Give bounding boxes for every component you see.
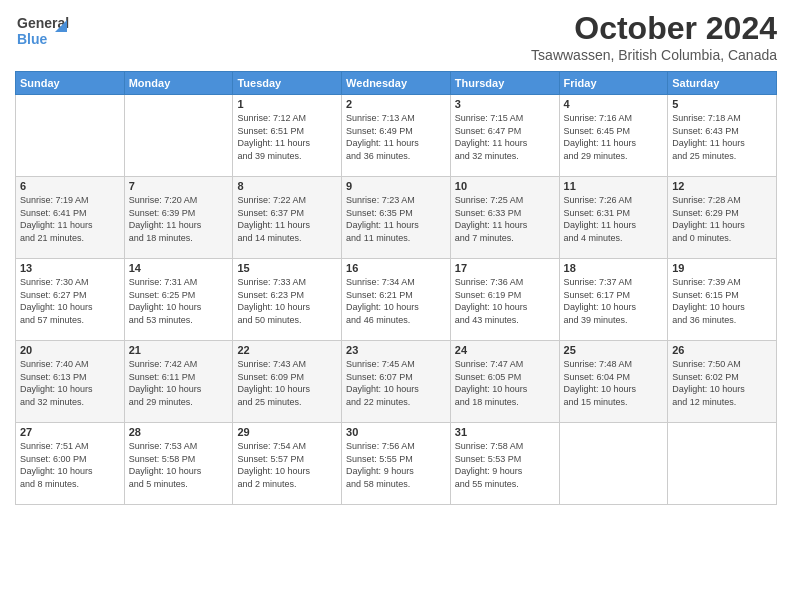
day-number: 5: [672, 98, 772, 110]
day-number: 2: [346, 98, 446, 110]
calendar-cell: 1Sunrise: 7:12 AMSunset: 6:51 PMDaylight…: [233, 95, 342, 177]
day-info: Sunrise: 7:16 AMSunset: 6:45 PMDaylight:…: [564, 112, 664, 162]
day-info: Sunrise: 7:42 AMSunset: 6:11 PMDaylight:…: [129, 358, 229, 408]
day-number: 17: [455, 262, 555, 274]
calendar-week-row: 6Sunrise: 7:19 AMSunset: 6:41 PMDaylight…: [16, 177, 777, 259]
weekday-header: Saturday: [668, 72, 777, 95]
day-number: 27: [20, 426, 120, 438]
day-info: Sunrise: 7:20 AMSunset: 6:39 PMDaylight:…: [129, 194, 229, 244]
day-number: 22: [237, 344, 337, 356]
day-info: Sunrise: 7:36 AMSunset: 6:19 PMDaylight:…: [455, 276, 555, 326]
day-number: 19: [672, 262, 772, 274]
day-info: Sunrise: 7:51 AMSunset: 6:00 PMDaylight:…: [20, 440, 120, 490]
logo-svg: General Blue: [15, 10, 70, 50]
weekday-header: Monday: [124, 72, 233, 95]
day-number: 10: [455, 180, 555, 192]
day-number: 25: [564, 344, 664, 356]
logo: General Blue: [15, 10, 70, 50]
weekday-header: Tuesday: [233, 72, 342, 95]
calendar-week-row: 27Sunrise: 7:51 AMSunset: 6:00 PMDayligh…: [16, 423, 777, 505]
calendar: SundayMondayTuesdayWednesdayThursdayFrid…: [15, 71, 777, 505]
location-subtitle: Tsawwassen, British Columbia, Canada: [531, 47, 777, 63]
calendar-week-row: 20Sunrise: 7:40 AMSunset: 6:13 PMDayligh…: [16, 341, 777, 423]
day-number: 26: [672, 344, 772, 356]
day-number: 13: [20, 262, 120, 274]
weekday-header: Wednesday: [342, 72, 451, 95]
day-number: 28: [129, 426, 229, 438]
day-number: 4: [564, 98, 664, 110]
day-number: 12: [672, 180, 772, 192]
day-number: 8: [237, 180, 337, 192]
day-number: 18: [564, 262, 664, 274]
calendar-cell: [668, 423, 777, 505]
day-number: 29: [237, 426, 337, 438]
day-info: Sunrise: 7:43 AMSunset: 6:09 PMDaylight:…: [237, 358, 337, 408]
calendar-cell: 13Sunrise: 7:30 AMSunset: 6:27 PMDayligh…: [16, 259, 125, 341]
day-number: 11: [564, 180, 664, 192]
calendar-cell: 27Sunrise: 7:51 AMSunset: 6:00 PMDayligh…: [16, 423, 125, 505]
day-info: Sunrise: 7:34 AMSunset: 6:21 PMDaylight:…: [346, 276, 446, 326]
day-number: 21: [129, 344, 229, 356]
day-info: Sunrise: 7:15 AMSunset: 6:47 PMDaylight:…: [455, 112, 555, 162]
day-number: 20: [20, 344, 120, 356]
day-number: 6: [20, 180, 120, 192]
weekday-header: Thursday: [450, 72, 559, 95]
calendar-cell: 19Sunrise: 7:39 AMSunset: 6:15 PMDayligh…: [668, 259, 777, 341]
day-info: Sunrise: 7:33 AMSunset: 6:23 PMDaylight:…: [237, 276, 337, 326]
calendar-cell: 29Sunrise: 7:54 AMSunset: 5:57 PMDayligh…: [233, 423, 342, 505]
header: General Blue October 2024 Tsawwassen, Br…: [15, 10, 777, 63]
calendar-cell: 15Sunrise: 7:33 AMSunset: 6:23 PMDayligh…: [233, 259, 342, 341]
day-number: 14: [129, 262, 229, 274]
day-number: 1: [237, 98, 337, 110]
weekday-header: Sunday: [16, 72, 125, 95]
calendar-cell: 16Sunrise: 7:34 AMSunset: 6:21 PMDayligh…: [342, 259, 451, 341]
calendar-cell: [16, 95, 125, 177]
svg-text:Blue: Blue: [17, 31, 48, 47]
calendar-cell: 12Sunrise: 7:28 AMSunset: 6:29 PMDayligh…: [668, 177, 777, 259]
day-info: Sunrise: 7:54 AMSunset: 5:57 PMDaylight:…: [237, 440, 337, 490]
calendar-cell: 20Sunrise: 7:40 AMSunset: 6:13 PMDayligh…: [16, 341, 125, 423]
day-number: 15: [237, 262, 337, 274]
day-number: 7: [129, 180, 229, 192]
page: General Blue October 2024 Tsawwassen, Br…: [0, 0, 792, 612]
calendar-week-row: 13Sunrise: 7:30 AMSunset: 6:27 PMDayligh…: [16, 259, 777, 341]
calendar-cell: 18Sunrise: 7:37 AMSunset: 6:17 PMDayligh…: [559, 259, 668, 341]
day-info: Sunrise: 7:13 AMSunset: 6:49 PMDaylight:…: [346, 112, 446, 162]
day-info: Sunrise: 7:56 AMSunset: 5:55 PMDaylight:…: [346, 440, 446, 490]
day-number: 31: [455, 426, 555, 438]
calendar-cell: 23Sunrise: 7:45 AMSunset: 6:07 PMDayligh…: [342, 341, 451, 423]
day-info: Sunrise: 7:47 AMSunset: 6:05 PMDaylight:…: [455, 358, 555, 408]
calendar-cell: 25Sunrise: 7:48 AMSunset: 6:04 PMDayligh…: [559, 341, 668, 423]
day-info: Sunrise: 7:12 AMSunset: 6:51 PMDaylight:…: [237, 112, 337, 162]
calendar-cell: 31Sunrise: 7:58 AMSunset: 5:53 PMDayligh…: [450, 423, 559, 505]
day-info: Sunrise: 7:26 AMSunset: 6:31 PMDaylight:…: [564, 194, 664, 244]
day-info: Sunrise: 7:18 AMSunset: 6:43 PMDaylight:…: [672, 112, 772, 162]
day-info: Sunrise: 7:31 AMSunset: 6:25 PMDaylight:…: [129, 276, 229, 326]
calendar-cell: 26Sunrise: 7:50 AMSunset: 6:02 PMDayligh…: [668, 341, 777, 423]
calendar-cell: 21Sunrise: 7:42 AMSunset: 6:11 PMDayligh…: [124, 341, 233, 423]
day-number: 24: [455, 344, 555, 356]
calendar-cell: 6Sunrise: 7:19 AMSunset: 6:41 PMDaylight…: [16, 177, 125, 259]
day-info: Sunrise: 7:39 AMSunset: 6:15 PMDaylight:…: [672, 276, 772, 326]
weekday-header: Friday: [559, 72, 668, 95]
day-info: Sunrise: 7:22 AMSunset: 6:37 PMDaylight:…: [237, 194, 337, 244]
calendar-cell: 10Sunrise: 7:25 AMSunset: 6:33 PMDayligh…: [450, 177, 559, 259]
calendar-cell: 14Sunrise: 7:31 AMSunset: 6:25 PMDayligh…: [124, 259, 233, 341]
weekday-header-row: SundayMondayTuesdayWednesdayThursdayFrid…: [16, 72, 777, 95]
day-info: Sunrise: 7:45 AMSunset: 6:07 PMDaylight:…: [346, 358, 446, 408]
calendar-cell: 4Sunrise: 7:16 AMSunset: 6:45 PMDaylight…: [559, 95, 668, 177]
day-info: Sunrise: 7:23 AMSunset: 6:35 PMDaylight:…: [346, 194, 446, 244]
title-block: October 2024 Tsawwassen, British Columbi…: [531, 10, 777, 63]
month-title: October 2024: [531, 10, 777, 47]
day-number: 9: [346, 180, 446, 192]
calendar-cell: 30Sunrise: 7:56 AMSunset: 5:55 PMDayligh…: [342, 423, 451, 505]
day-info: Sunrise: 7:37 AMSunset: 6:17 PMDaylight:…: [564, 276, 664, 326]
calendar-cell: 3Sunrise: 7:15 AMSunset: 6:47 PMDaylight…: [450, 95, 559, 177]
day-number: 23: [346, 344, 446, 356]
day-info: Sunrise: 7:48 AMSunset: 6:04 PMDaylight:…: [564, 358, 664, 408]
calendar-cell: 22Sunrise: 7:43 AMSunset: 6:09 PMDayligh…: [233, 341, 342, 423]
calendar-cell: 11Sunrise: 7:26 AMSunset: 6:31 PMDayligh…: [559, 177, 668, 259]
day-number: 16: [346, 262, 446, 274]
day-number: 3: [455, 98, 555, 110]
day-info: Sunrise: 7:30 AMSunset: 6:27 PMDaylight:…: [20, 276, 120, 326]
